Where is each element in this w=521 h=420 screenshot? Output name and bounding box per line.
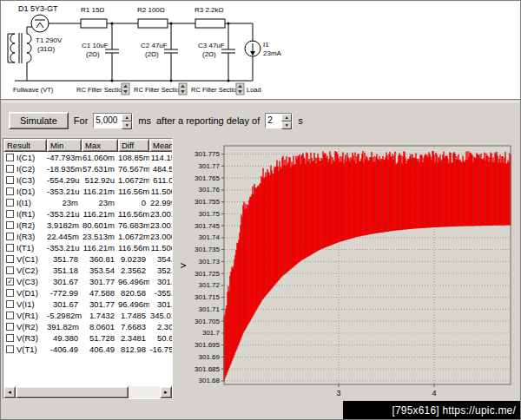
duration-spin-up-icon[interactable]: ▲ bbox=[122, 114, 132, 121]
table-row[interactable]: I(T1)-353.21u116.21m116.56m11.500m bbox=[3, 242, 173, 253]
y-tick-label: 301.685 bbox=[195, 365, 220, 373]
result-max: 301.77 bbox=[82, 277, 118, 286]
result-checkbox[interactable] bbox=[6, 289, 14, 297]
y-tick-label: 301.71 bbox=[199, 305, 221, 313]
result-name: V(T1) bbox=[16, 345, 37, 354]
section-spinner-3[interactable] bbox=[236, 83, 244, 95]
result-diff: 2.3562 bbox=[118, 266, 149, 275]
table-row[interactable]: ✓V(C3)301.67301.7796.496m301.75 bbox=[3, 276, 173, 287]
table-row[interactable]: V(T1)-406.49406.49812.98-16.751u bbox=[3, 344, 173, 355]
resistor-1-symbol[interactable] bbox=[81, 19, 107, 28]
delay-input[interactable] bbox=[266, 114, 281, 128]
capacitor-3-label: C3 47uF bbox=[198, 42, 225, 49]
capacitor-1-label-2: (2Ω) bbox=[86, 50, 100, 58]
column-header-min[interactable]: Min bbox=[47, 139, 82, 152]
scroll-left-icon[interactable]: ◄ bbox=[3, 386, 16, 398]
section-spinner-2[interactable] bbox=[179, 83, 187, 95]
delay-spin-down-icon[interactable]: ▼ bbox=[281, 121, 292, 129]
result-min: -353.21u bbox=[47, 243, 82, 253]
load-symbol[interactable] bbox=[245, 41, 260, 56]
result-max: 61.060m bbox=[82, 153, 118, 162]
result-max: 116.21m bbox=[82, 209, 118, 219]
result-checkbox[interactable] bbox=[6, 154, 14, 161]
table-row[interactable]: I(I1)23m23m022.999m bbox=[3, 197, 173, 208]
result-checkbox[interactable] bbox=[6, 176, 14, 184]
y-tick-label: 301.695 bbox=[195, 341, 220, 349]
result-checkbox[interactable] bbox=[6, 221, 14, 229]
scroll-right-icon[interactable]: ► bbox=[160, 386, 172, 398]
result-checkbox[interactable] bbox=[6, 334, 14, 342]
y-tick-label: 301.73 bbox=[199, 258, 221, 266]
duration-unit-label: ms bbox=[138, 115, 151, 126]
result-name: V(C1) bbox=[16, 254, 38, 264]
column-header-result[interactable]: Result bbox=[3, 139, 47, 152]
capacitor-2-label-2: (2Ω) bbox=[145, 50, 159, 58]
result-checkbox[interactable] bbox=[6, 244, 14, 252]
result-min: -353.21u bbox=[47, 187, 82, 196]
result-checkbox[interactable] bbox=[6, 255, 14, 263]
table-row[interactable]: V(C1)351.78360.819.0239354.84 bbox=[3, 253, 173, 265]
scrollbar-thumb[interactable] bbox=[16, 386, 129, 398]
column-header-mean[interactable]: Mean bbox=[149, 139, 173, 152]
section-label-rc2: RC Filter Section bbox=[134, 86, 183, 94]
result-max: 8.0601 bbox=[82, 322, 118, 331]
table-row[interactable]: V(D1)-772.9947.588820.58-355.59 bbox=[3, 287, 173, 299]
section-label-fullwave: Fullwave (VT) bbox=[13, 86, 54, 94]
resistor-2-symbol[interactable] bbox=[138, 19, 168, 28]
result-name: V(C2) bbox=[16, 266, 38, 275]
result-checkbox[interactable] bbox=[6, 345, 14, 353]
result-name: I(I1) bbox=[16, 198, 31, 207]
result-mean: 484.52u bbox=[149, 164, 173, 174]
section-spinner-1[interactable] bbox=[122, 83, 129, 95]
result-checkbox[interactable] bbox=[6, 312, 14, 319]
table-row[interactable]: V(I1)301.67301.7796.496m301.75 bbox=[3, 299, 173, 310]
psud-window: D1 5Y3-GT T1 290V (31Ω) bbox=[0, 0, 521, 420]
result-checkbox[interactable] bbox=[6, 266, 14, 274]
result-diff: 7.6683 bbox=[118, 322, 149, 331]
table-row[interactable]: I(R1)-353.21u116.21m116.56m23.001m bbox=[3, 208, 173, 220]
table-row[interactable]: V(R2)391.82m8.06017.66832.3001 bbox=[3, 321, 173, 332]
load-label-2: 23mA bbox=[263, 49, 282, 57]
result-min: -18.935m bbox=[47, 164, 82, 174]
column-header-max[interactable]: Max bbox=[82, 139, 118, 152]
simulate-button[interactable]: Simulate bbox=[9, 112, 69, 129]
delay-spin-up-icon[interactable]: ▲ bbox=[281, 114, 292, 121]
result-max: 406.49 bbox=[82, 345, 118, 354]
result-max: 116.21m bbox=[82, 187, 118, 196]
resistor-3-symbol[interactable] bbox=[195, 19, 225, 28]
result-min: 391.82m bbox=[47, 322, 82, 331]
result-mean: 301.75 bbox=[149, 299, 173, 309]
result-min: 351.18 bbox=[47, 266, 82, 275]
table-row[interactable]: I(C1)-47.793m61.060m108.85m114.15m bbox=[3, 152, 173, 163]
duration-spin-down-icon[interactable]: ▼ bbox=[122, 121, 132, 129]
y-tick-label: 301.745 bbox=[195, 222, 220, 230]
result-checkbox[interactable] bbox=[6, 165, 14, 173]
result-checkbox[interactable] bbox=[6, 300, 14, 308]
result-diff: 76.567m bbox=[118, 164, 149, 174]
result-checkbox[interactable] bbox=[6, 187, 14, 195]
duration-input[interactable] bbox=[94, 114, 122, 128]
table-row[interactable]: I(D1)-353.21u116.21m116.56m11.500m bbox=[3, 186, 173, 197]
table-row[interactable]: I(R3)22.445m23.513m1.0672m23.000m bbox=[3, 231, 173, 242]
result-max: 47.588 bbox=[82, 288, 118, 298]
transformer-symbol[interactable] bbox=[8, 33, 31, 63]
table-row[interactable]: V(R3)49.38051.7282.348150.601 bbox=[3, 332, 173, 344]
result-mean: 50.601 bbox=[149, 333, 173, 343]
result-mean: 611.00u bbox=[149, 175, 173, 185]
table-row[interactable]: I(C2)-18.935m57.631m76.567m484.52u bbox=[3, 163, 173, 174]
result-checkbox[interactable] bbox=[6, 233, 14, 240]
result-checkbox[interactable] bbox=[6, 199, 14, 207]
table-row[interactable]: I(R2)3.9182m80.601m76.683m23.001m bbox=[3, 220, 173, 231]
result-checkbox[interactable] bbox=[6, 210, 14, 218]
column-header-diff[interactable]: Diff bbox=[118, 139, 149, 152]
scrollbar-track[interactable] bbox=[129, 386, 160, 398]
table-row[interactable]: V(R1)-5.2982m1.74321.7485345.01m bbox=[3, 310, 173, 321]
table-row[interactable]: V(C2)351.18353.542.3562352.40 bbox=[3, 265, 173, 276]
result-checkbox[interactable] bbox=[6, 323, 14, 331]
result-name: I(C1) bbox=[16, 153, 35, 162]
result-max: 301.77 bbox=[82, 299, 118, 309]
horizontal-scrollbar[interactable]: ◄ ► bbox=[3, 386, 172, 398]
table-row[interactable]: I(C3)-554.29u512.92u1.0672m611.00u bbox=[3, 174, 173, 186]
rectifier-tube-symbol[interactable] bbox=[31, 15, 49, 32]
result-checkbox[interactable]: ✓ bbox=[6, 278, 14, 285]
